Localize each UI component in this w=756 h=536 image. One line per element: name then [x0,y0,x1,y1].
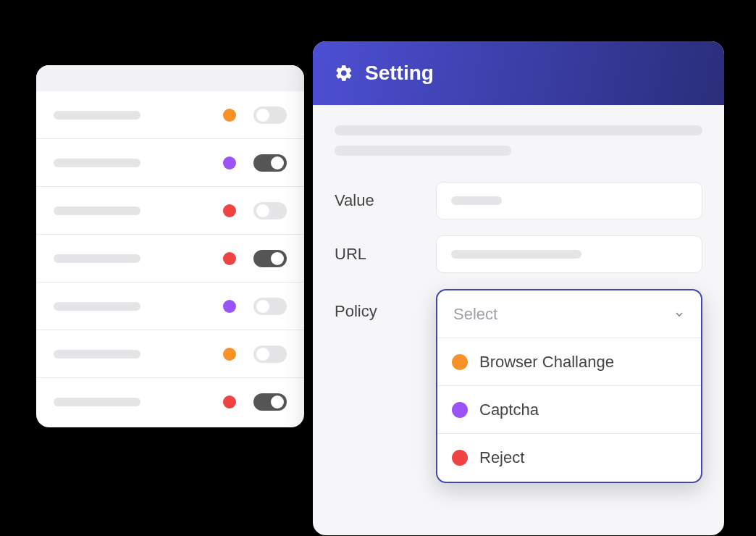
rule-toggle[interactable] [253,298,287,315]
rules-list-header [36,65,304,91]
setting-header: Setting [313,41,724,105]
rule-label-placeholder [54,206,140,215]
chevron-down-icon [673,309,685,320]
rule-toggle[interactable] [253,154,287,172]
setting-panel: Setting Value URL Policy Select [313,41,724,535]
policy-dropdown-trigger[interactable]: Select [437,290,701,338]
rule-toggle[interactable] [253,106,287,124]
option-dot-purple [452,402,468,418]
rule-label-placeholder [54,302,140,311]
description-placeholder [335,125,702,135]
description-placeholder [335,146,511,156]
rule-row[interactable] [36,330,304,378]
option-dot-red [452,450,468,466]
value-field-row: Value [335,182,702,219]
policy-dropdown-placeholder: Select [453,305,497,324]
value-input[interactable] [436,182,702,219]
rule-toggle[interactable] [253,202,287,219]
rule-row[interactable] [36,91,304,139]
rule-status-dot [223,348,236,361]
url-field-row: URL [335,235,702,273]
url-input[interactable] [436,235,702,273]
value-label: Value [335,191,436,210]
setting-body: Value URL Policy Select [313,105,724,535]
option-label: Reject [479,448,524,467]
setting-title: Setting [365,62,434,85]
rule-label-placeholder [54,350,140,359]
value-input-placeholder [451,196,502,205]
option-label: Browser Challange [479,353,614,372]
rule-status-dot [223,252,236,265]
rule-label-placeholder [54,254,140,263]
rule-row[interactable] [36,235,304,282]
rule-status-dot [223,156,236,169]
rule-row[interactable] [36,187,304,235]
rule-row[interactable] [36,139,304,187]
policy-option-captcha[interactable]: Captcha [437,386,701,434]
rule-status-dot [223,395,236,409]
rule-label-placeholder [54,398,140,406]
policy-field-row: Policy Select Browser Challange [335,289,702,483]
url-input-placeholder [451,250,581,259]
policy-option-reject[interactable]: Reject [437,434,701,482]
gear-icon [335,64,353,83]
rules-list-card [36,65,304,427]
option-dot-orange [452,354,468,370]
rule-label-placeholder [54,111,140,120]
policy-dropdown[interactable]: Select Browser Challange Captcha [436,289,702,483]
policy-option-browser-challenge[interactable]: Browser Challange [437,338,701,386]
rule-label-placeholder [54,159,140,167]
rule-status-dot [223,300,236,313]
rule-toggle[interactable] [253,250,287,267]
policy-label: Policy [335,289,436,321]
rule-row[interactable] [36,378,304,426]
policy-dropdown-box: Select Browser Challange Captcha [436,289,702,483]
url-label: URL [335,245,436,264]
option-label: Captcha [479,401,539,419]
rule-row[interactable] [36,282,304,330]
rule-status-dot [223,109,236,122]
rule-toggle[interactable] [253,393,287,411]
rule-toggle[interactable] [253,346,287,363]
rule-status-dot [223,204,236,217]
